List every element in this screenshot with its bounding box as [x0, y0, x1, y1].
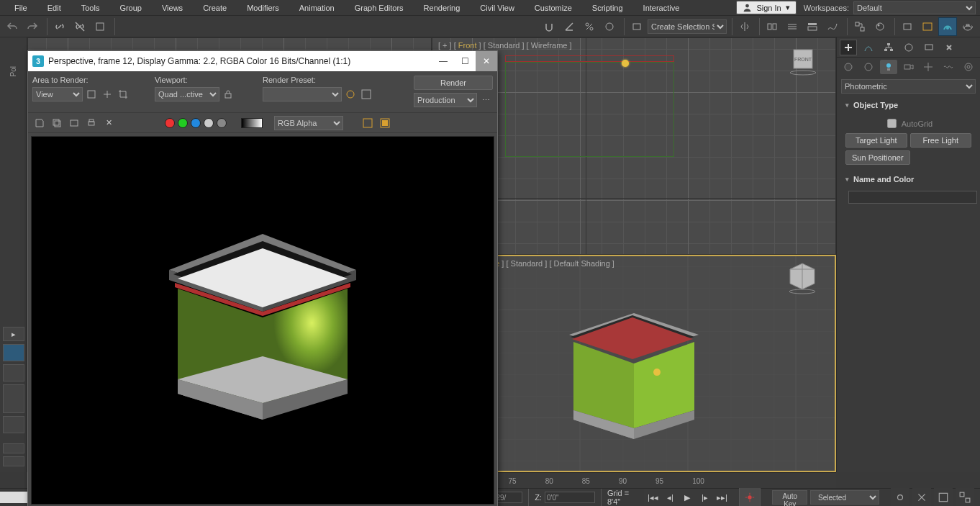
- free-light-button[interactable]: Free Light: [910, 133, 972, 148]
- named-sel-set-icon[interactable]: [627, 17, 646, 36]
- rendered-frame-window-button[interactable]: [918, 17, 937, 36]
- autogrid-checkbox[interactable]: AutoGrid: [884, 117, 933, 130]
- lock-viewport-icon[interactable]: [221, 87, 235, 101]
- save-image-icon[interactable]: [32, 116, 47, 130]
- menu-group[interactable]: Group: [109, 1, 152, 14]
- workspace-select[interactable]: Default: [853, 1, 976, 14]
- sun-positioner-button[interactable]: Sun Positioner: [845, 150, 910, 165]
- channel-display-select[interactable]: RGB Alpha: [274, 116, 343, 130]
- key-mode-toggle[interactable]: [739, 487, 761, 506]
- menu-modifiers[interactable]: Modifiers: [237, 1, 289, 14]
- red-channel-toggle[interactable]: [165, 118, 175, 128]
- spacewarps-icon[interactable]: [940, 60, 957, 74]
- menu-interactive[interactable]: Interactive: [633, 1, 690, 14]
- ribbon-btn-5[interactable]: [3, 456, 24, 466]
- environment-icon[interactable]: [359, 87, 373, 101]
- lights-icon[interactable]: [880, 60, 897, 74]
- auto-key-button[interactable]: Auto Key: [772, 490, 807, 505]
- toggle-ui-icon[interactable]: [378, 116, 392, 130]
- cameras-icon[interactable]: [900, 60, 917, 74]
- close-button[interactable]: ✕: [476, 51, 497, 71]
- schematic-view-button[interactable]: [850, 17, 869, 36]
- play-button[interactable]: ▶: [679, 489, 696, 505]
- clone-window-icon[interactable]: [67, 116, 81, 130]
- shapes-icon[interactable]: [860, 60, 877, 74]
- unlink-button[interactable]: [71, 17, 89, 36]
- copy-image-icon[interactable]: [50, 116, 64, 130]
- named-selection-set[interactable]: Create Selection Se: [648, 19, 727, 34]
- helpers-icon[interactable]: [920, 60, 937, 74]
- hierarchy-tab[interactable]: [880, 40, 897, 55]
- utilities-tab[interactable]: [940, 40, 958, 55]
- target-light-button[interactable]: Target Light: [845, 133, 907, 148]
- menu-rendering[interactable]: Rendering: [414, 1, 471, 14]
- undo-button[interactable]: [3, 17, 22, 36]
- menu-scripting[interactable]: Scripting: [582, 1, 633, 14]
- area-to-render-select[interactable]: View: [32, 87, 83, 101]
- motion-tab[interactable]: [900, 40, 917, 55]
- snap-toggle[interactable]: [540, 17, 558, 36]
- next-frame-button[interactable]: |▸: [696, 489, 713, 505]
- name-color-rollup-header[interactable]: Name and Color: [841, 172, 976, 186]
- selection-lock2-icon[interactable]: [912, 488, 931, 506]
- render-iterative-icon[interactable]: ⋯: [478, 93, 493, 107]
- isolate-selection-icon[interactable]: [891, 488, 909, 506]
- menu-file[interactable]: File: [4, 1, 37, 14]
- object-type-rollup-header[interactable]: Object Type: [841, 98, 976, 112]
- auto-region-icon[interactable]: [84, 87, 99, 101]
- crop-icon[interactable]: [116, 87, 130, 101]
- key-target-select[interactable]: Selected: [810, 490, 879, 505]
- link-button[interactable]: [50, 17, 69, 36]
- menu-tools[interactable]: Tools: [71, 1, 110, 14]
- ribbon-btn-2[interactable]: [3, 384, 24, 413]
- viewcube-front[interactable]: FRONT: [785, 41, 821, 77]
- render-production-button[interactable]: [938, 17, 957, 36]
- menu-animation[interactable]: Animation: [289, 1, 345, 14]
- ribbon-expand-button[interactable]: ▸: [3, 327, 24, 341]
- goto-end-button[interactable]: ▸▸|: [713, 489, 730, 505]
- category-select[interactable]: Photometric: [841, 79, 976, 94]
- menu-edit[interactable]: Edit: [37, 1, 71, 14]
- zoom-extents-all-icon[interactable]: [956, 488, 974, 506]
- toggle-ribbon-button[interactable]: [803, 17, 822, 36]
- render-button[interactable]: Render: [414, 76, 493, 90]
- render-window-titlebar[interactable]: 3 Perspective, frame 12, Display Gamma: …: [28, 51, 497, 71]
- render-preset-select[interactable]: [263, 87, 342, 101]
- production-select[interactable]: Production: [414, 93, 477, 107]
- render-viewport-select[interactable]: Quad ...ctive: [155, 87, 219, 101]
- sign-in-button[interactable]: Sign In ▾: [736, 1, 796, 14]
- display-tab[interactable]: [920, 40, 938, 55]
- percent-snap-toggle[interactable]: [580, 17, 599, 36]
- clear-icon[interactable]: ✕: [101, 116, 116, 130]
- minimize-button[interactable]: —: [432, 51, 454, 71]
- bind-button[interactable]: [91, 17, 109, 36]
- menu-views[interactable]: Views: [152, 1, 193, 14]
- layer-explorer-button[interactable]: [783, 17, 802, 36]
- spinner-snap-toggle[interactable]: [600, 17, 619, 36]
- menu-customize[interactable]: Customize: [525, 1, 582, 14]
- z-coord-input[interactable]: [545, 492, 595, 503]
- curve-editor-button[interactable]: [823, 17, 842, 36]
- toggle-overlay-icon[interactable]: [360, 116, 375, 130]
- material-editor-button[interactable]: [871, 17, 889, 36]
- mirror-button[interactable]: [735, 17, 754, 36]
- alpha-channel-toggle[interactable]: [204, 118, 214, 128]
- render-output[interactable]: [31, 136, 494, 505]
- redo-button[interactable]: [23, 17, 42, 36]
- systems-icon[interactable]: [960, 60, 977, 74]
- edit-region-icon[interactable]: [100, 87, 114, 101]
- green-channel-toggle[interactable]: [178, 118, 188, 128]
- angle-snap-toggle[interactable]: [560, 17, 579, 36]
- menu-civil-view[interactable]: Civil View: [470, 1, 524, 14]
- print-icon[interactable]: [84, 116, 99, 130]
- mono-channel-toggle[interactable]: [217, 118, 227, 128]
- object-name-input[interactable]: [848, 191, 977, 204]
- align-button[interactable]: [763, 17, 781, 36]
- menu-create[interactable]: Create: [193, 1, 237, 14]
- ribbon-btn-4[interactable]: [3, 443, 24, 453]
- viewcube-persp[interactable]: [784, 259, 820, 295]
- modify-tab[interactable]: [860, 40, 877, 55]
- blue-channel-toggle[interactable]: [191, 118, 201, 128]
- ribbon-quad-button[interactable]: [3, 344, 24, 361]
- ribbon-btn-1[interactable]: [3, 364, 24, 381]
